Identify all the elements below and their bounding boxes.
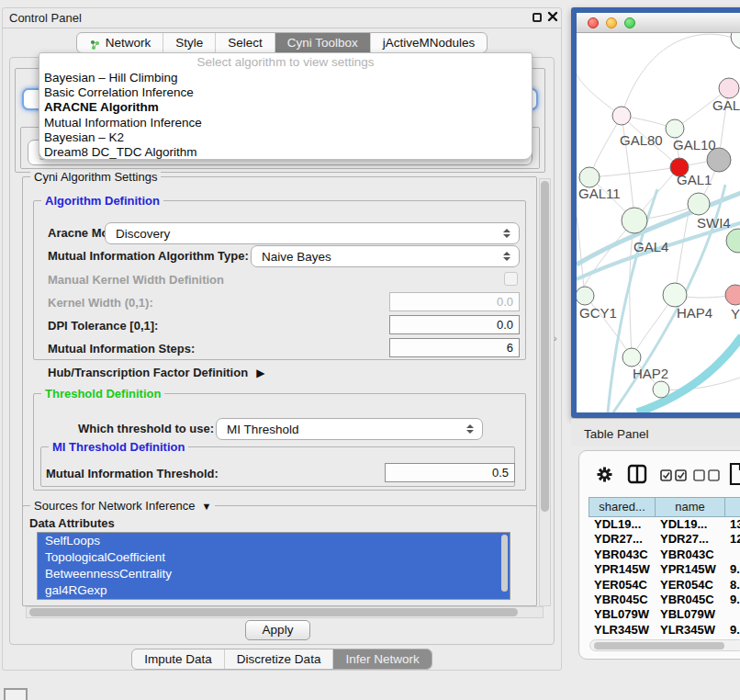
split-pane-handle[interactable]: › xyxy=(554,333,557,344)
column-header-name[interactable]: name xyxy=(656,498,725,516)
node-label: Y xyxy=(731,306,740,322)
table-row[interactable]: YDL19... YDL19... 13 xyxy=(589,517,740,532)
list-item[interactable]: gal4RGexp xyxy=(38,582,510,599)
node-label: GAL80 xyxy=(620,132,663,148)
menu-item-dream8[interactable]: Dream8 DC_TDC Algorithm xyxy=(39,145,532,160)
tab-cyni-toolbox-label: Cyni Toolbox xyxy=(287,36,358,50)
tab-impute-data[interactable]: Impute Data xyxy=(132,649,224,669)
horizontal-scrollbar-thumb[interactable] xyxy=(29,608,518,616)
mi-threshold-input[interactable]: 0.5 xyxy=(385,463,515,482)
column-header-shared-name[interactable]: shared... xyxy=(589,498,656,516)
node-label: GCY1 xyxy=(579,305,617,321)
mi-steps-input[interactable]: 6 xyxy=(389,338,520,357)
table-scrollbar-thumb[interactable] xyxy=(594,642,724,649)
dpi-tolerance-label: DPI Tolerance [0,1]: xyxy=(48,319,158,333)
node-gcy1 xyxy=(577,287,594,305)
menu-item-basic-correlation[interactable]: Basic Correlation Inference xyxy=(39,85,532,100)
node-table: shared... name A YDL19... YDL19... 13 YD… xyxy=(589,497,740,653)
data-attributes-list[interactable]: SelfLoopsTopologicalCoefficientBetweenne… xyxy=(37,532,510,600)
apply-button[interactable]: Apply xyxy=(245,620,310,640)
collapse-down-icon: ▼ xyxy=(202,501,212,512)
node-gal7 xyxy=(719,78,739,98)
vertical-scrollbar-thumb[interactable] xyxy=(541,181,549,512)
list-scrollbar-thumb[interactable] xyxy=(501,535,508,592)
dpi-tolerance-input[interactable]: 0.0 xyxy=(389,315,520,334)
tab-discretize-data-label: Discretize Data xyxy=(237,652,321,666)
zoom-window-icon[interactable] xyxy=(624,17,635,28)
algorithm-dropdown-popup: Select algorithm to view settings Bayesi… xyxy=(39,52,533,160)
menu-item-bayesian-k2[interactable]: Bayesian – K2 xyxy=(39,130,532,145)
cyni-algorithm-settings-title: Cyni Algorithm Settings xyxy=(30,170,161,184)
manual-kernel-width-label: Manual Kernel Width Definition xyxy=(48,273,224,287)
table-row[interactable]: YBR043C YBR043C xyxy=(589,548,740,562)
tab-select-label: Select xyxy=(228,36,263,50)
tab-infer-network[interactable]: Infer Network xyxy=(332,649,431,669)
node-label: GAL11 xyxy=(578,186,621,201)
cyni-bottom-tabbar: Impute Data Discretize Data Infer Networ… xyxy=(2,649,562,670)
expand-right-icon: ▶ xyxy=(256,367,264,379)
cell-shared-name: YBR043C xyxy=(589,548,655,562)
list-item[interactable]: BetweennessCentrality xyxy=(38,566,510,582)
close-panel-icon[interactable] xyxy=(547,11,558,22)
settings-vertical-scrollbar[interactable] xyxy=(539,178,551,606)
menu-item-aracne[interactable]: ARACNE Algorithm xyxy=(39,100,532,115)
menu-item-bayesian-hill-climbing[interactable]: Bayesian – Hill Climbing xyxy=(39,71,532,85)
document-icon[interactable] xyxy=(729,462,740,486)
float-panel-icon[interactable] xyxy=(533,13,542,22)
checked-boxes-icon[interactable] xyxy=(660,469,687,481)
settings-gear-icon[interactable] xyxy=(596,466,613,483)
node-label: SWI4 xyxy=(697,215,731,231)
unchecked-boxes-icon[interactable] xyxy=(693,469,720,481)
menu-item-mutual-information[interactable]: Mutual Information Inference xyxy=(39,116,532,130)
table-row[interactable]: YDR27... YDR27... 12 xyxy=(589,532,740,547)
which-threshold-select[interactable]: MI Threshold xyxy=(216,418,483,440)
mi-threshold-label: Mutual Information Threshold: xyxy=(46,467,219,480)
list-item[interactable]: SelfLoops xyxy=(38,533,510,549)
hub-definition-toggle[interactable]: Hub/Transcription Factor Definition ▶ xyxy=(48,366,264,379)
aracne-mode-select[interactable]: Discovery xyxy=(105,222,520,244)
kernel-width-input[interactable]: 0.0 xyxy=(389,292,520,311)
table-row[interactable]: YLR345W YLR345W 9. xyxy=(589,623,740,638)
manual-kernel-width-checkbox[interactable] xyxy=(504,272,518,286)
settings-horizontal-scrollbar[interactable] xyxy=(26,606,544,618)
table-horizontal-scrollbar[interactable] xyxy=(589,639,740,651)
tab-select[interactable]: Select xyxy=(215,33,275,52)
docked-panel-icon[interactable] xyxy=(4,688,28,700)
table-row[interactable]: YPR145W YPR145W 9. xyxy=(589,562,740,577)
node-gal4 xyxy=(622,208,647,233)
cell-shared-name: YBL079W xyxy=(589,607,655,622)
algorithm-definition-title: Algorithm Definition xyxy=(41,194,163,208)
mi-threshold-title: MI Threshold Definition xyxy=(49,440,188,454)
columns-icon[interactable] xyxy=(627,464,647,484)
network-icon xyxy=(89,39,101,51)
network-canvas[interactable]: GAL80 GAL GAL10 GAL1 GAL11 SWI4 GAL4 GCY… xyxy=(577,33,740,412)
cell-shared-name: YDR27... xyxy=(589,532,655,547)
tab-discretize-data[interactable]: Discretize Data xyxy=(224,649,333,669)
cell-name: YBL079W xyxy=(655,607,724,622)
sources-toggle[interactable]: Sources for Network Inference ▼ xyxy=(30,499,215,513)
table-row[interactable]: YER054C YER054C 8. xyxy=(589,578,740,593)
tab-cyni-toolbox[interactable]: Cyni Toolbox xyxy=(275,33,370,52)
cell-shared-name: YPR145W xyxy=(589,562,655,577)
table-row[interactable]: YBL079W YBL079W xyxy=(589,607,740,622)
tab-style[interactable]: Style xyxy=(163,33,215,52)
node xyxy=(731,33,740,49)
list-item[interactable]: TopologicalCoefficient xyxy=(38,549,510,566)
cell-value: 13 xyxy=(724,517,740,532)
cell-shared-name: YBR045C xyxy=(589,593,655,607)
tab-network[interactable]: Network xyxy=(77,33,163,52)
minimize-window-icon[interactable] xyxy=(606,17,617,28)
cell-name: YPR145W xyxy=(655,562,724,577)
mi-algorithm-type-value: Naive Bayes xyxy=(252,250,499,264)
column-header-clipped[interactable]: A xyxy=(725,498,740,516)
cell-name: YER054C xyxy=(655,578,724,593)
aracne-mode-value: Discovery xyxy=(106,227,499,241)
tab-jactivemnodules-label: jActiveMNodules xyxy=(383,36,476,50)
close-window-icon[interactable] xyxy=(588,17,599,28)
cell-value xyxy=(724,548,740,562)
table-row[interactable]: YBR045C YBR045C 9. xyxy=(589,593,740,607)
tab-jactivemnodules[interactable]: jActiveMNodules xyxy=(370,33,488,52)
cell-name: YDL19... xyxy=(655,517,724,532)
node-label: GAL1 xyxy=(677,172,712,187)
mi-algorithm-type-select[interactable]: Naive Bayes xyxy=(251,245,520,267)
